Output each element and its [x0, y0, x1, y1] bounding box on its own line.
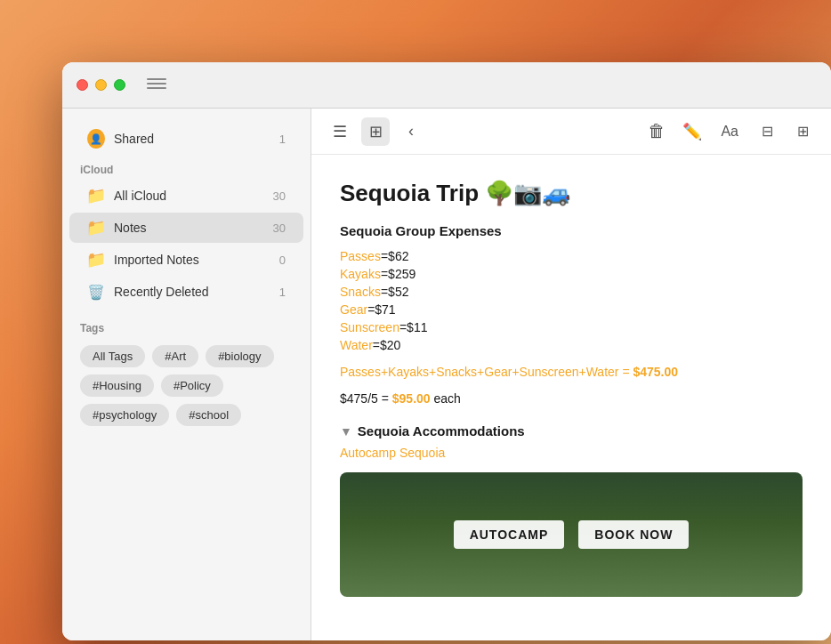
imported-notes-count: 0 — [279, 254, 286, 267]
delete-button[interactable]: 🗑 — [642, 117, 671, 146]
close-button[interactable] — [77, 79, 88, 91]
autocamp-link[interactable]: Autocamp Sequoia — [340, 446, 803, 460]
accommodations-title: Sequoia Accommodations — [358, 423, 525, 439]
expense-snacks-link[interactable]: Snacks — [340, 285, 381, 299]
table-button[interactable]: ⊞ — [788, 117, 817, 146]
notes-folder-icon: 📁 — [87, 219, 105, 237]
recently-deleted-label: Recently Deleted — [114, 285, 279, 299]
sidebar-item-shared[interactable]: 👤 Shared 1 — [69, 124, 303, 154]
expense-snacks: Snacks=$52 — [340, 285, 803, 299]
content-area: ☰ ⊞ ‹ 🗑 ✏️ Aa ⊟ ⊞ Sequoia Trip 🌳📷🚙 Sequo… — [311, 109, 831, 640]
imported-folder-icon: 📁 — [87, 251, 105, 269]
folder-icon: 📁 — [87, 187, 105, 205]
total-items-link[interactable]: Passes+Kayaks+Snacks+Gear+Sunscreen+Wate… — [340, 365, 618, 379]
checklist-button[interactable]: ⊟ — [753, 117, 781, 146]
chevron-down-icon: ▼ — [340, 424, 352, 439]
total-line: Passes+Kayaks+Snacks+Gear+Sunscreen+Wate… — [340, 365, 803, 379]
expense-passes: Passes=$62 — [340, 249, 803, 263]
expense-kayaks-link[interactable]: Kayaks — [340, 267, 381, 281]
tag-psychology[interactable]: #psychology — [80, 404, 169, 426]
shared-icon: 👤 — [87, 130, 105, 148]
sidebar-shared-count: 1 — [279, 133, 286, 146]
accommodations-header: ▼ Sequoia Accommodations — [340, 423, 803, 439]
all-icloud-count: 30 — [273, 189, 286, 203]
note-content: Sequoia Trip 🌳📷🚙 Sequoia Group Expenses … — [311, 155, 831, 640]
expense-water-link[interactable]: Water — [340, 338, 373, 352]
tags-section-label: Tags — [73, 318, 300, 342]
note-title: Sequoia Trip 🌳📷🚙 — [340, 180, 803, 207]
tags-section: Tags All Tags #Art #biology #Housing #Po… — [62, 308, 311, 430]
sidebar: 👤 Shared 1 iCloud 📁 All iCloud 30 📁 Note… — [62, 109, 311, 640]
autocamp-button[interactable]: AUTOCAMP — [454, 520, 565, 549]
grid-view-button[interactable]: ⊞ — [361, 117, 390, 146]
expense-sunscreen: Sunscreen=$11 — [340, 320, 803, 334]
maximize-button[interactable] — [114, 79, 125, 91]
back-button[interactable]: ‹ — [397, 117, 425, 146]
icloud-section-label: iCloud — [62, 155, 311, 180]
book-now-button[interactable]: BOOK NOW — [578, 520, 689, 549]
expense-passes-link[interactable]: Passes — [340, 249, 381, 263]
total-value: $475.00 — [633, 365, 678, 379]
expense-gear-link[interactable]: Gear — [340, 302, 367, 317]
new-note-button[interactable]: ✏️ — [678, 117, 706, 146]
sidebar-toggle-button[interactable] — [147, 78, 166, 93]
all-icloud-label: All iCloud — [114, 189, 273, 203]
accommodation-image: AUTOCAMP BOOK NOW — [340, 472, 803, 597]
sidebar-shared-label: Shared — [114, 132, 279, 146]
per-person-line: $475/5 = $95.00 each — [340, 391, 803, 406]
tag-policy[interactable]: #Policy — [161, 374, 223, 397]
expense-water: Water=$20 — [340, 338, 803, 352]
sidebar-item-all-icloud[interactable]: 📁 All iCloud 30 — [69, 181, 303, 211]
font-button[interactable]: Aa — [714, 120, 746, 143]
tag-art[interactable]: #Art — [152, 345, 198, 367]
list-view-button[interactable]: ☰ — [326, 117, 354, 146]
sidebar-item-notes[interactable]: 📁 Notes 30 — [69, 213, 303, 243]
recently-deleted-count: 1 — [279, 286, 286, 299]
traffic-lights — [77, 79, 125, 91]
trash-icon: 🗑️ — [87, 283, 105, 301]
per-person-value: $95.00 — [392, 391, 431, 406]
expense-list: Passes=$62 Kayaks=$259 Snacks=$52 Gear=$… — [340, 249, 803, 352]
note-subtitle: Sequoia Group Expenses — [340, 223, 803, 238]
toolbar: ☰ ⊞ ‹ 🗑 ✏️ Aa ⊟ ⊞ — [311, 109, 831, 155]
per-person-suffix: each — [434, 391, 461, 406]
tag-biology[interactable]: #biology — [206, 345, 273, 367]
tag-housing[interactable]: #Housing — [80, 374, 154, 397]
notes-count: 30 — [273, 221, 286, 235]
expense-gear: Gear=$71 — [340, 302, 803, 317]
expense-sunscreen-link[interactable]: Sunscreen — [340, 320, 399, 334]
imported-notes-label: Imported Notes — [114, 253, 279, 267]
tags-grid: All Tags #Art #biology #Housing #Policy … — [73, 342, 300, 430]
minimize-button[interactable] — [95, 79, 107, 91]
notes-label: Notes — [114, 221, 273, 235]
expense-kayaks: Kayaks=$259 — [340, 267, 803, 281]
title-bar — [62, 62, 831, 109]
tag-all-tags[interactable]: All Tags — [80, 345, 145, 367]
app-window: 👤 Shared 1 iCloud 📁 All iCloud 30 📁 Note… — [62, 62, 831, 640]
sidebar-item-recently-deleted[interactable]: 🗑️ Recently Deleted 1 — [69, 277, 303, 307]
per-person-prefix: $475/5 = — [340, 391, 392, 406]
sidebar-item-imported-notes[interactable]: 📁 Imported Notes 0 — [69, 245, 303, 275]
main-content: 👤 Shared 1 iCloud 📁 All iCloud 30 📁 Note… — [62, 109, 831, 640]
tag-school[interactable]: #school — [176, 404, 241, 426]
